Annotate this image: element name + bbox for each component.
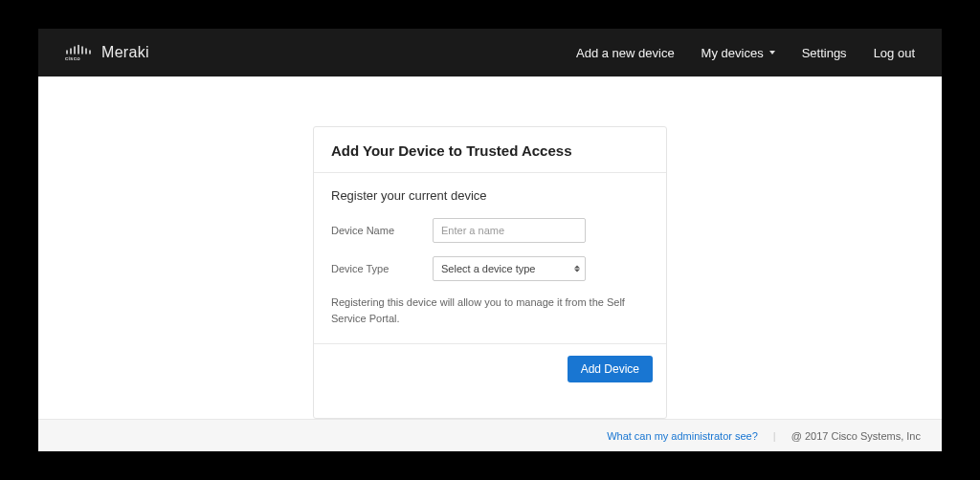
nav-my-devices[interactable]: My devices	[702, 46, 775, 60]
panel-footer: Add Device	[314, 344, 666, 394]
device-type-row: Device Type Select a device type	[331, 256, 649, 281]
device-type-select[interactable]: Select a device type	[433, 256, 586, 281]
add-device-panel: Add Your Device to Trusted Access Regist…	[313, 126, 667, 419]
device-type-select-wrap: Select a device type	[433, 256, 586, 281]
cisco-bridge-icon: cisco	[65, 44, 94, 61]
cisco-wordmark: cisco	[65, 55, 80, 61]
main-content: Add Your Device to Trusted Access Regist…	[38, 76, 942, 419]
nav-logout[interactable]: Log out	[874, 46, 915, 60]
nav-settings[interactable]: Settings	[802, 46, 847, 60]
nav-logout-label: Log out	[874, 46, 915, 60]
add-device-button[interactable]: Add Device	[568, 356, 653, 382]
top-navbar: cisco Meraki Add a new device My devices…	[38, 29, 942, 76]
footer-separator: |	[773, 430, 776, 442]
device-name-input[interactable]	[433, 218, 586, 243]
panel-body: Register your current device Device Name…	[314, 173, 666, 344]
panel-header: Add Your Device to Trusted Access	[314, 127, 666, 173]
app-frame: cisco Meraki Add a new device My devices…	[38, 29, 942, 451]
nav-my-devices-label: My devices	[702, 46, 764, 60]
nav-settings-label: Settings	[802, 46, 847, 60]
brand-logo[interactable]: cisco Meraki	[65, 44, 149, 61]
admin-see-link[interactable]: What can my administrator see?	[607, 430, 758, 442]
panel-title: Add Your Device to Trusted Access	[331, 142, 649, 159]
device-type-label: Device Type	[331, 263, 419, 274]
device-name-label: Device Name	[331, 225, 419, 236]
page-footer: What can my administrator see? | @ 2017 …	[38, 419, 942, 451]
nav-add-device-label: Add a new device	[576, 46, 675, 60]
device-name-row: Device Name	[331, 218, 649, 243]
nav-links: Add a new device My devices Settings Log…	[576, 46, 915, 60]
footer-copyright: @ 2017 Cisco Systems, Inc	[791, 430, 921, 442]
brand-meraki-text: Meraki	[101, 44, 149, 61]
nav-add-device[interactable]: Add a new device	[576, 46, 675, 60]
panel-subtitle: Register your current device	[331, 188, 649, 203]
chevron-down-icon	[769, 51, 775, 55]
register-hint: Registering this device will allow you t…	[331, 295, 649, 326]
